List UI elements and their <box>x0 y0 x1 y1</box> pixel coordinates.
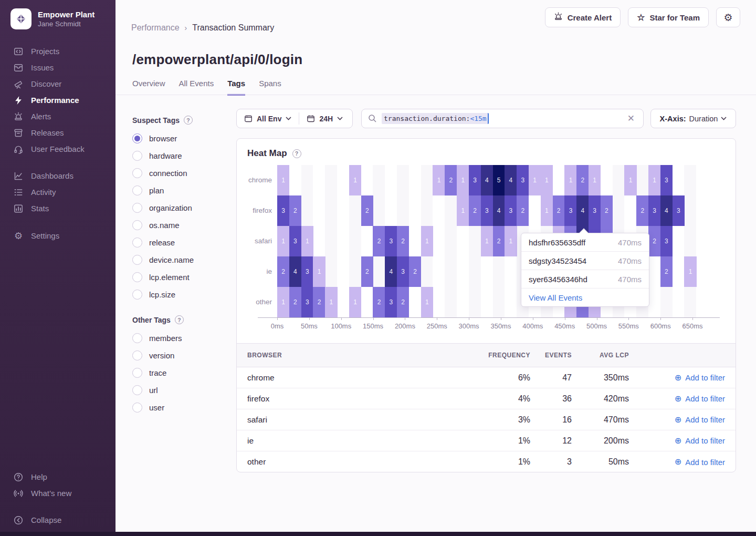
heatmap-cell-safari-18[interactable]: 2 <box>493 226 505 256</box>
heatmap-cell-chrome-22[interactable]: 1 <box>541 165 553 195</box>
heatmap-cell-ie-0[interactable]: 2 <box>277 256 289 287</box>
tag-radio-version[interactable]: version <box>132 350 222 360</box>
help-question-icon[interactable]: ? <box>292 149 301 158</box>
sidebar-item-stats[interactable]: Stats <box>0 200 116 217</box>
heatmap-cell-chrome-26[interactable]: 1 <box>589 165 601 195</box>
search-input[interactable]: transaction.duration:<15m ✕ <box>361 109 644 128</box>
heatmap-cell-safari-31[interactable]: 2 <box>648 226 660 256</box>
heatmap-cell-chrome-13[interactable]: 1 <box>433 165 445 195</box>
star-for-team-button[interactable]: ☆ Star for Team <box>628 7 709 27</box>
tag-radio-connection[interactable]: connection <box>132 168 222 178</box>
tag-radio-organization[interactable]: organization <box>132 202 222 213</box>
heatmap-cell-firefox-24[interactable]: 3 <box>564 195 576 226</box>
tag-radio-lcp-size[interactable]: lcp.size <box>132 289 222 300</box>
heatmap-cell-safari-2[interactable]: 1 <box>301 226 313 256</box>
heatmap-cell-ie-11[interactable]: 2 <box>409 256 421 287</box>
heatmap-cell-chrome-29[interactable]: 1 <box>624 165 636 195</box>
radio-icon[interactable] <box>132 168 142 178</box>
radio-icon[interactable] <box>132 368 142 378</box>
heatmap-cell-safari-8[interactable]: 2 <box>373 226 385 256</box>
heatmap-cell-other-1[interactable]: 2 <box>289 287 301 317</box>
radio-icon[interactable] <box>132 290 142 300</box>
heatmap-cell-ie-9[interactable]: 4 <box>385 256 397 287</box>
tag-radio-trace[interactable]: trace <box>132 367 222 378</box>
add-to-filter-button[interactable]: ⊕Add to filter <box>629 373 725 382</box>
radio-icon[interactable] <box>132 151 142 161</box>
tab-overview[interactable]: Overview <box>132 79 165 96</box>
heatmap-cell-chrome-6[interactable]: 1 <box>349 165 361 195</box>
sidebar-item-projects[interactable]: Projects <box>0 43 116 59</box>
heatmap-cell-chrome-20[interactable]: 3 <box>517 165 529 195</box>
tag-radio-hardware[interactable]: hardware <box>132 150 222 161</box>
radio-icon[interactable] <box>132 185 142 195</box>
radio-icon[interactable] <box>132 255 142 265</box>
sidebar-item-collapse[interactable]: Collapse <box>0 512 116 528</box>
radio-icon[interactable] <box>132 385 142 395</box>
heatmap-cell-chrome-0[interactable]: 1 <box>277 165 289 195</box>
radio-icon[interactable] <box>132 333 142 343</box>
sidebar-item-activity[interactable]: Activity <box>0 184 116 200</box>
heatmap-cell-firefox-0[interactable]: 3 <box>277 195 289 226</box>
heatmap-cell-ie-7[interactable]: 2 <box>361 256 373 287</box>
heatmap-cell-other-6[interactable]: 1 <box>349 287 361 317</box>
radio-icon[interactable] <box>132 403 142 413</box>
heatmap-cell-other-12[interactable]: 1 <box>421 287 433 317</box>
heatmap-cell-ie-2[interactable]: 3 <box>301 256 313 287</box>
add-to-filter-button[interactable]: ⊕Add to filter <box>629 415 725 424</box>
help-question-icon[interactable]: ? <box>184 116 193 125</box>
heatmap-cell-other-4[interactable]: 1 <box>325 287 337 317</box>
heatmap-cell-chrome-15[interactable]: 1 <box>457 165 469 195</box>
heatmap-cell-chrome-32[interactable]: 3 <box>660 165 673 195</box>
tag-radio-release[interactable]: release <box>132 237 222 248</box>
heatmap-cell-ie-10[interactable]: 3 <box>397 256 409 287</box>
tag-radio-members[interactable]: members <box>132 333 222 343</box>
heatmap-cell-firefox-22[interactable]: 1 <box>541 195 553 226</box>
heatmap-cell-chrome-14[interactable]: 2 <box>445 165 457 195</box>
tag-radio-browser[interactable]: browser <box>132 133 222 143</box>
sidebar-item-alerts[interactable]: Alerts <box>0 108 116 125</box>
heatmap-cell-firefox-25[interactable]: 4 <box>576 195 589 226</box>
tag-radio-plan[interactable]: plan <box>132 185 222 195</box>
heatmap-cell-chrome-19[interactable]: 4 <box>505 165 517 195</box>
tab-spans[interactable]: Spans <box>259 79 281 96</box>
heatmap-cell-chrome-25[interactable]: 2 <box>576 165 589 195</box>
radio-icon[interactable] <box>132 203 142 213</box>
sidebar-item-settings[interactable]: ⚙Settings <box>0 228 116 244</box>
heatmap-cell-firefox-15[interactable]: 1 <box>457 195 469 226</box>
heatmap-cell-firefox-26[interactable]: 3 <box>589 195 601 226</box>
heatmap-cell-other-8[interactable]: 2 <box>373 287 385 317</box>
heatmap-cell-safari-0[interactable]: 1 <box>277 226 289 256</box>
heatmap-cell-other-10[interactable]: 2 <box>397 287 409 317</box>
heatmap-cell-firefox-31[interactable]: 3 <box>648 195 660 226</box>
heatmap-cell-chrome-21[interactable]: 1 <box>529 165 541 195</box>
environment-selector[interactable]: All Env <box>237 109 299 128</box>
sidebar-item-dashboards[interactable]: Dashboards <box>0 168 116 184</box>
heatmap-cell-other-0[interactable]: 1 <box>277 287 289 317</box>
heatmap-cell-safari-32[interactable]: 3 <box>660 226 673 256</box>
heatmap-cell-firefox-17[interactable]: 3 <box>481 195 493 226</box>
heatmap-cell-chrome-24[interactable]: 1 <box>564 165 576 195</box>
heatmap-cell-firefox-27[interactable]: 2 <box>601 195 613 226</box>
search-query-token[interactable]: transaction.duration:<15m <box>382 113 489 124</box>
clear-search-icon[interactable]: ✕ <box>625 113 637 124</box>
sidebar-item-issues[interactable]: Issues <box>0 59 116 76</box>
heatmap-cell-ie-32[interactable]: 2 <box>660 256 673 287</box>
heatmap-cell-firefox-32[interactable]: 4 <box>660 195 673 226</box>
tag-radio-lcp-element[interactable]: lcp.element <box>132 272 222 282</box>
heatmap-cell-chrome-16[interactable]: 3 <box>469 165 481 195</box>
heatmap-cell-safari-12[interactable]: 1 <box>421 226 433 256</box>
tag-radio-device-name[interactable]: device.name <box>132 254 222 265</box>
sidebar-item-releases[interactable]: Releases <box>0 125 116 141</box>
heatmap-cell-ie-1[interactable]: 4 <box>289 256 301 287</box>
add-to-filter-button[interactable]: ⊕Add to filter <box>629 436 725 445</box>
radio-icon[interactable] <box>132 272 142 282</box>
tag-radio-user[interactable]: user <box>132 402 222 413</box>
settings-gear-button[interactable]: ⚙ <box>716 7 740 27</box>
heatmap-cell-firefox-18[interactable]: 4 <box>493 195 505 226</box>
add-to-filter-button[interactable]: ⊕Add to filter <box>629 458 725 467</box>
heatmap-cell-other-9[interactable]: 3 <box>385 287 397 317</box>
heatmap-cell-chrome-18[interactable]: 5 <box>493 165 505 195</box>
heatmap-cell-firefox-30[interactable]: 2 <box>636 195 648 226</box>
heatmap-cell-ie-34[interactable]: 1 <box>684 256 696 287</box>
tab-tags[interactable]: Tags <box>227 79 245 96</box>
